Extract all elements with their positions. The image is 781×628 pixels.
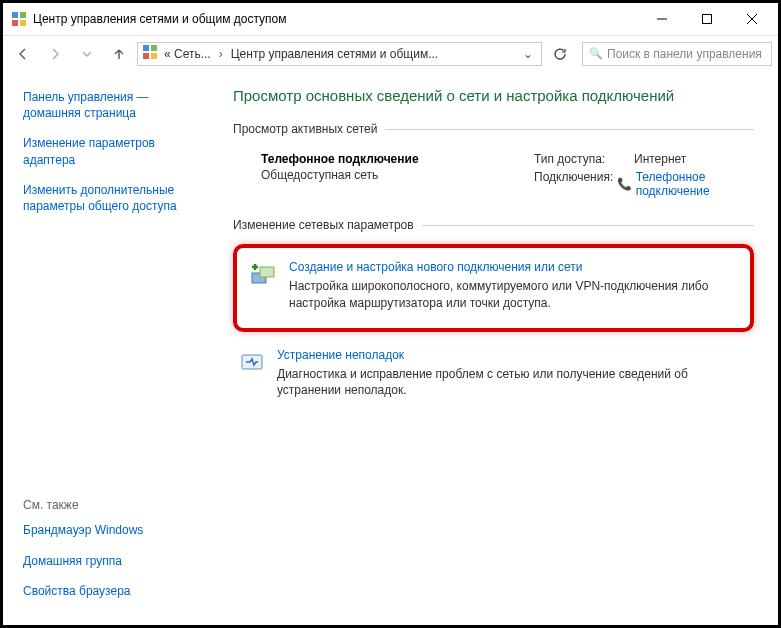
body: Панель управления — домашняя страница Из… <box>3 71 778 625</box>
task-troubleshoot[interactable]: Устранение неполадок Диагностика и испра… <box>233 342 754 410</box>
connection-link[interactable]: 📞 Телефонное подключение <box>617 170 754 198</box>
svg-rect-14 <box>242 355 262 369</box>
active-networks-label: Просмотр активных сетей <box>233 122 754 136</box>
seealso-homegroup[interactable]: Домашняя группа <box>23 553 209 569</box>
svg-rect-11 <box>151 53 157 59</box>
recent-dropdown[interactable] <box>73 40 101 68</box>
network-name: Телефонное подключение <box>261 152 534 166</box>
seealso-firewall[interactable]: Брандмауэр Windows <box>23 522 209 538</box>
connections-label: Подключения: <box>534 170 617 198</box>
svg-rect-13 <box>260 267 274 277</box>
svg-rect-10 <box>143 53 149 59</box>
svg-rect-9 <box>151 45 157 51</box>
task-new-connection[interactable]: Создание и настройка нового подключения … <box>245 254 742 322</box>
navigation-bar: « Сеть... › Центр управления сетями и об… <box>3 35 778 71</box>
chevron-down-icon[interactable]: ⌄ <box>519 47 537 61</box>
search-input[interactable]: Поиск в панели управления <box>582 42 772 66</box>
close-button[interactable] <box>729 4 774 34</box>
seealso-label: См. также <box>23 498 209 512</box>
highlight-annotation: Создание и настройка нового подключения … <box>233 244 754 332</box>
app-icon <box>11 11 27 27</box>
svg-rect-1 <box>20 12 26 18</box>
chevron-right-icon: › <box>217 47 225 61</box>
back-button[interactable] <box>9 40 37 68</box>
sidebar-home-link[interactable]: Панель управления — домашняя страница <box>23 89 209 121</box>
sidebar: Панель управления — домашняя страница Из… <box>3 71 221 625</box>
window-controls <box>639 4 774 34</box>
task-new-connection-desc: Настройка широкополосного, коммутируемог… <box>289 278 738 312</box>
task-troubleshoot-desc: Диагностика и исправление проблем с сеть… <box>277 366 750 400</box>
breadcrumb-root[interactable]: « Сеть... <box>162 47 213 61</box>
refresh-button[interactable] <box>548 42 572 66</box>
forward-button[interactable] <box>41 40 69 68</box>
minimize-button[interactable] <box>639 4 684 34</box>
address-icon <box>142 44 158 63</box>
active-network: Телефонное подключение Общедоступная сет… <box>233 148 754 218</box>
svg-rect-8 <box>143 45 149 51</box>
window-title: Центр управления сетями и общим доступом <box>33 12 639 26</box>
task-new-connection-title[interactable]: Создание и настройка нового подключения … <box>289 260 738 274</box>
svg-rect-2 <box>12 20 18 26</box>
window: Центр управления сетями и общим доступом… <box>0 0 781 628</box>
svg-rect-0 <box>12 12 18 18</box>
search-placeholder: Поиск в панели управления <box>607 47 762 61</box>
sidebar-link-sharing[interactable]: Изменить дополнительные параметры общего… <box>23 182 209 214</box>
access-value: Интернет <box>634 152 686 166</box>
maximize-button[interactable] <box>684 4 729 34</box>
breadcrumb-current[interactable]: Центр управления сетями и общим... <box>229 47 440 61</box>
change-settings-label: Изменение сетевых параметров <box>233 218 754 232</box>
page-title: Просмотр основных сведений о сети и наст… <box>233 87 754 104</box>
task-troubleshoot-title[interactable]: Устранение неполадок <box>277 348 750 362</box>
address-bar[interactable]: « Сеть... › Центр управления сетями и об… <box>137 42 542 66</box>
titlebar: Центр управления сетями и общим доступом <box>3 3 778 35</box>
phone-icon: 📞 <box>617 177 632 191</box>
access-label: Тип доступа: <box>534 152 634 166</box>
troubleshoot-icon <box>237 348 267 378</box>
svg-rect-5 <box>702 15 711 24</box>
sidebar-link-adapter[interactable]: Изменение параметров адаптера <box>23 135 209 167</box>
new-connection-icon <box>249 260 279 290</box>
up-button[interactable] <box>105 40 133 68</box>
network-type: Общедоступная сеть <box>261 168 534 182</box>
content: Просмотр основных сведений о сети и наст… <box>221 71 778 625</box>
seealso-browser[interactable]: Свойства браузера <box>23 583 209 599</box>
svg-rect-3 <box>20 20 26 26</box>
